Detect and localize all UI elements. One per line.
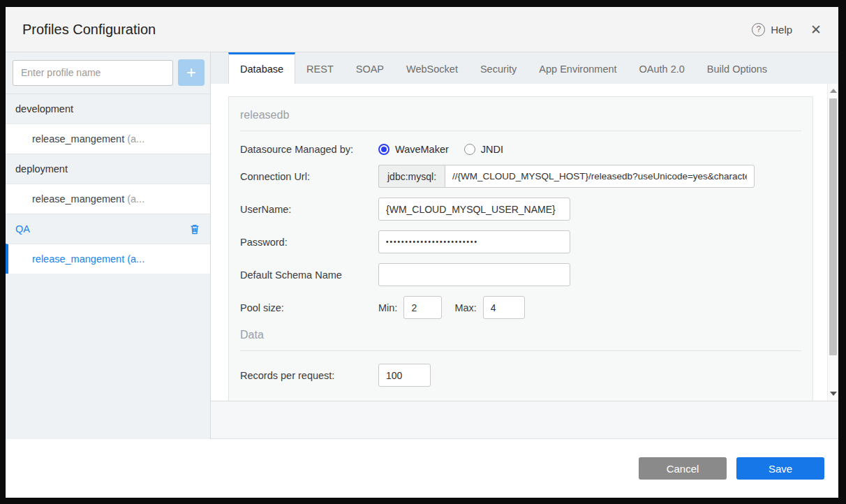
profile-group-deployment[interactable]: deployment — [6, 154, 210, 184]
records-label: Records per request: — [240, 370, 378, 381]
profile-item-deployment[interactable]: release_mangement (a... — [6, 184, 210, 214]
save-button[interactable]: Save — [736, 457, 824, 480]
default-schema-input[interactable] — [378, 263, 570, 286]
records-per-request-row: Records per request: — [240, 364, 801, 387]
tab-build-options[interactable]: Build Options — [696, 52, 778, 84]
header-actions: ? Help ✕ — [752, 23, 822, 36]
close-icon[interactable]: ✕ — [810, 23, 822, 36]
help-icon: ? — [752, 23, 765, 36]
section-title-releasedb: releasedb — [240, 109, 801, 131]
profile-list: development release_mangement (a... depl… — [6, 94, 210, 439]
profile-name-input[interactable] — [13, 60, 173, 86]
password-label: Password: — [240, 237, 378, 248]
dialog-header: Profiles Configuration ? Help ✕ — [6, 7, 838, 52]
profile-detail-panel: Database REST SOAP WebSocket Security Ap… — [211, 52, 838, 439]
tab-oauth2[interactable]: OAuth 2.0 — [628, 52, 696, 84]
item-label: release_mangement — [32, 133, 124, 144]
password-input[interactable] — [378, 230, 570, 253]
pool-size-label: Pool size: — [240, 302, 378, 313]
default-schema-label: Default Schema Name — [240, 269, 378, 281]
page-title: Profiles Configuration — [22, 22, 156, 38]
content-bottom-strip — [211, 401, 838, 439]
profile-item-qa-selected[interactable]: release_mangement (a... — [6, 244, 210, 274]
database-tab-content: releasedb Datasource Managed by: WaveMak… — [211, 84, 838, 401]
vertical-scrollbar[interactable] — [827, 84, 838, 401]
username-row: UserName: — [240, 198, 801, 221]
dialog-body: + development release_mangement (a... de… — [6, 52, 838, 439]
add-profile-button[interactable]: + — [178, 59, 205, 86]
pool-max-input[interactable] — [483, 296, 525, 319]
tab-websocket[interactable]: WebSocket — [395, 52, 469, 84]
username-label: UserName: — [240, 204, 378, 215]
profile-group-qa[interactable]: QA — [6, 214, 210, 244]
radio-wavemaker-label: WaveMaker — [395, 144, 449, 155]
item-suffix: (a... — [127, 193, 144, 205]
item-suffix: (a... — [127, 133, 144, 144]
connection-url-label: Connection Url: — [240, 171, 378, 182]
dialog-footer: Cancel Save — [6, 439, 838, 498]
delete-profile-icon[interactable] — [189, 223, 200, 235]
tab-soap[interactable]: SOAP — [345, 52, 395, 84]
radio-unselected-icon — [464, 144, 475, 155]
pool-max-label: Max: — [454, 302, 476, 313]
item-label: release_mangement — [32, 253, 124, 265]
radio-selected-icon — [378, 144, 389, 155]
connection-url-row: Connection Url: jdbc:mysql: — [240, 165, 801, 188]
scroll-down-icon[interactable] — [830, 392, 837, 396]
datasource-radio-group: WaveMaker JNDI — [378, 144, 503, 155]
pool-size-row: Pool size: Min: Max: — [240, 296, 801, 319]
jdbc-prefix-addon: jdbc:mysql: — [378, 165, 445, 188]
group-label: development — [15, 103, 73, 114]
scrollbar-thumb[interactable] — [829, 98, 837, 355]
radio-wavemaker[interactable]: WaveMaker — [378, 144, 449, 155]
username-input[interactable] — [378, 198, 570, 221]
item-label: release_mangement — [32, 193, 124, 205]
help-button[interactable]: ? Help — [752, 23, 792, 36]
tab-app-environment[interactable]: App Environment — [528, 52, 628, 84]
database-form-card: releasedb Datasource Managed by: WaveMak… — [228, 96, 813, 401]
datasource-label: Datasource Managed by: — [240, 144, 378, 155]
tab-bar: Database REST SOAP WebSocket Security Ap… — [211, 52, 838, 84]
scroll-up-icon[interactable] — [830, 89, 837, 93]
datasource-row: Datasource Managed by: WaveMaker JNDI — [240, 144, 801, 155]
profile-search-row: + — [6, 52, 210, 94]
records-input[interactable] — [378, 364, 431, 387]
default-schema-row: Default Schema Name — [240, 263, 801, 286]
group-label: QA — [15, 223, 30, 235]
profiles-configuration-dialog: Profiles Configuration ? Help ✕ + develo… — [6, 7, 838, 498]
tab-database[interactable]: Database — [228, 52, 295, 84]
radio-jndi-label: JNDI — [481, 144, 503, 155]
tab-security[interactable]: Security — [469, 52, 528, 84]
pool-min-label: Min: — [378, 302, 397, 313]
group-label: deployment — [15, 163, 68, 175]
tab-rest[interactable]: REST — [295, 52, 345, 84]
profile-group-development[interactable]: development — [6, 94, 210, 124]
trash-icon — [189, 223, 200, 235]
password-row: Password: — [240, 230, 801, 253]
profiles-sidebar: + development release_mangement (a... de… — [6, 52, 211, 439]
item-suffix: (a... — [127, 253, 144, 265]
radio-jndi[interactable]: JNDI — [464, 144, 503, 155]
section-title-data: Data — [240, 329, 801, 351]
pool-min-input[interactable] — [403, 296, 442, 319]
cancel-button[interactable]: Cancel — [639, 457, 727, 480]
help-label: Help — [771, 24, 792, 36]
profile-item-development[interactable]: release_mangement (a... — [6, 124, 210, 154]
connection-url-input[interactable] — [445, 165, 755, 188]
